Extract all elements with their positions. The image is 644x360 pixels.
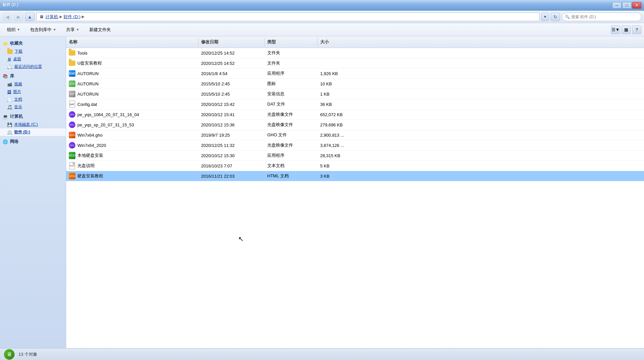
new-folder-button[interactable]: 新建文件夹 [85, 25, 115, 35]
inf-icon: INF [69, 91, 75, 97]
table-row[interactable]: GHO Win7x64.gho 2019/9/7 19:25 GHO 文件 2,… [66, 130, 644, 140]
download-folder-icon [7, 49, 13, 54]
file-icon: ISO [69, 111, 75, 118]
file-size-cell: 1 KB [318, 91, 364, 98]
table-row[interactable]: ISO Win7x64_2020 2020/12/25 11:32 光盘映像文件… [66, 140, 644, 151]
column-size[interactable]: 大小 [318, 38, 364, 46]
file-name-cell: ISO Win7x64_2020 [66, 141, 198, 150]
file-icon: HTM [69, 173, 75, 179]
computer-icon: 🖥 [39, 14, 44, 20]
table-row[interactable]: ISO pe_yqs_1064_20_07_31_16_04 2020/10/1… [66, 110, 644, 120]
file-type-cell: 光盘映像文件 [265, 141, 318, 149]
sidebar-item-download[interactable]: 下载 [0, 48, 66, 55]
maximize-button[interactable]: □ [622, 2, 631, 9]
file-size-cell: 279,696 KB [318, 121, 364, 128]
sidebar: ⭐ 收藏夹 下载 🖥 桌面 🕐 最近访问的位置 📚 库 📹 [0, 36, 66, 348]
sidebar-item-drive-d[interactable]: 💿 软件 (D:) [0, 128, 66, 136]
file-size-cell: 28,315 KB [318, 152, 364, 159]
sidebar-section-library: 📚 库 📹 视频 🖼 图片 📄 文档 🎵 音乐 [0, 72, 66, 111]
close-button[interactable]: ✕ [632, 2, 641, 9]
file-size-cell: 36 KB [318, 101, 364, 108]
breadcrumb-computer[interactable]: 计算机 [45, 14, 58, 20]
view-dropdown-button[interactable]: ☰▼ [611, 25, 620, 34]
sidebar-item-music[interactable]: 🎵 音乐 [0, 103, 66, 111]
file-type-cell: 安装信息 [265, 90, 318, 98]
sidebar-header-library[interactable]: 📚 库 [0, 72, 66, 80]
table-row[interactable]: EXE AUTORUN 2016/1/8 4:54 应用程序 1,926 KB [66, 68, 644, 79]
minimize-button[interactable]: ─ [612, 2, 622, 9]
file-modified-cell: 2020/10/12 15:36 [198, 121, 265, 128]
sidebar-header-network[interactable]: 🌐 网络 [0, 137, 66, 146]
table-row[interactable]: HDD 本地硬盘安装 2020/10/12 15:30 应用程序 28,315 … [66, 151, 644, 161]
search-input[interactable] [571, 15, 638, 19]
help-button[interactable]: ? [632, 25, 641, 34]
file-modified-cell: 2016/1/8 4:54 [198, 70, 265, 77]
file-modified-cell: 2016/10/23 7:07 [198, 162, 265, 169]
sidebar-header-favorites[interactable]: ⭐ 收藏夹 [0, 39, 66, 48]
file-size-cell [318, 62, 364, 64]
sidebar-item-picture[interactable]: 🖼 图片 [0, 88, 66, 96]
column-modified[interactable]: 修改日期 [198, 38, 265, 46]
file-size-cell [318, 52, 364, 54]
file-list: 名称 修改日期 类型 大小 Tools 2020/12/25 14:52 文件夹… [66, 36, 644, 348]
forward-button[interactable]: ▶ [14, 13, 23, 21]
sidebar-section-favorites: ⭐ 收藏夹 下载 🖥 桌面 🕐 最近访问的位置 [0, 39, 66, 70]
address-dropdown[interactable]: ▼ [541, 13, 549, 21]
sidebar-item-document[interactable]: 📄 文档 [0, 96, 66, 103]
file-icon: ISO [69, 121, 75, 128]
file-type-cell: 文件夹 [265, 59, 318, 67]
sidebar-item-recent[interactable]: 🕐 最近访问的位置 [0, 63, 66, 70]
file-name-cell: ICO AUTORUN [66, 79, 198, 88]
table-row[interactable]: TXT 光盘说明 2016/10/23 7:07 文本文档 5 KB [66, 161, 644, 171]
filelist-header: 名称 修改日期 类型 大小 [66, 36, 644, 48]
titlebar: 软件 (D:) ─ □ ✕ [0, 0, 644, 11]
table-row[interactable]: INF AUTORUN 2015/5/10 2:45 安装信息 1 KB [66, 89, 644, 99]
file-name-cell: GHO Win7x64.gho [66, 131, 198, 139]
folder-icon [69, 61, 75, 66]
file-type-cell: GHO 文件 [265, 131, 318, 139]
preview-pane-button[interactable]: ▦ [622, 25, 631, 34]
table-row[interactable]: ISO pe_yqs_xp_20_07_31_15_53 2020/10/12 … [66, 120, 644, 130]
titlebar-buttons: ─ □ ✕ [612, 2, 641, 9]
share-dropdown-icon: ▼ [76, 28, 79, 31]
up-button[interactable]: ▲ [25, 13, 34, 21]
file-name-cell: DAT Config.dat [66, 100, 198, 109]
new-folder-label: 新建文件夹 [89, 27, 111, 33]
table-row[interactable]: Tools 2020/12/25 14:52 文件夹 [66, 48, 644, 58]
statusbar-icon: 🖥 [4, 349, 15, 360]
organize-button[interactable]: 组织 ▼ [3, 25, 24, 35]
refresh-button[interactable]: ↻ [551, 13, 560, 21]
table-row[interactable]: ICO AUTORUN 2015/5/10 2:45 图标 10 KB [66, 79, 644, 89]
file-modified-cell: 2020/12/25 11:32 [198, 142, 265, 149]
picture-icon: 🖼 [7, 90, 11, 94]
clock-icon: 🕐 [7, 65, 12, 69]
share-button[interactable]: 共享 ▼ [62, 25, 84, 35]
sidebar-item-video[interactable]: 📹 视频 [0, 80, 66, 88]
sidebar-item-drive-c[interactable]: 💾 本地磁盘 (C:) [0, 121, 66, 128]
computer-folder-icon: 💻 [3, 114, 8, 119]
table-row[interactable]: HTM 硬盘安装教程 2016/11/21 22:03 HTML 文档 3 KB [66, 171, 644, 181]
search-icon: 🔍 [565, 15, 570, 19]
file-icon: INF [69, 91, 75, 97]
back-button[interactable]: ◀ [3, 13, 12, 21]
file-rows-container: Tools 2020/12/25 14:52 文件夹 U盘安装教程 2020/1… [66, 48, 644, 181]
app-icon: EXE [69, 70, 75, 77]
table-row[interactable]: U盘安装教程 2020/12/25 14:52 文件夹 [66, 58, 644, 68]
column-name[interactable]: 名称 [66, 38, 198, 46]
file-name-cell: U盘安装教程 [66, 59, 198, 68]
statusbar: 🖥 13 个对象 [0, 348, 644, 360]
search-bar[interactable]: 🔍 [562, 13, 641, 21]
column-type[interactable]: 类型 [265, 38, 318, 46]
drive-c-icon: 💾 [7, 122, 12, 127]
file-icon [69, 60, 75, 67]
star-icon: ⭐ [3, 41, 8, 46]
sidebar-item-desktop[interactable]: 🖥 桌面 [0, 55, 66, 63]
folder-icon [69, 50, 75, 56]
file-name-cell: TXT 光盘说明 [66, 161, 198, 170]
sidebar-section-computer: 💻 计算机 💾 本地磁盘 (C:) 💿 软件 (D:) [0, 112, 66, 136]
file-modified-cell: 2019/9/7 19:25 [198, 132, 265, 139]
breadcrumb-bar: 🖥 计算机 ▶ 软件 (D:) ▶ [36, 13, 539, 21]
table-row[interactable]: DAT Config.dat 2020/10/12 15:42 DAT 文件 3… [66, 99, 644, 110]
sidebar-header-computer[interactable]: 💻 计算机 [0, 112, 66, 121]
include-library-button[interactable]: 包含到库中 ▼ [26, 25, 61, 35]
